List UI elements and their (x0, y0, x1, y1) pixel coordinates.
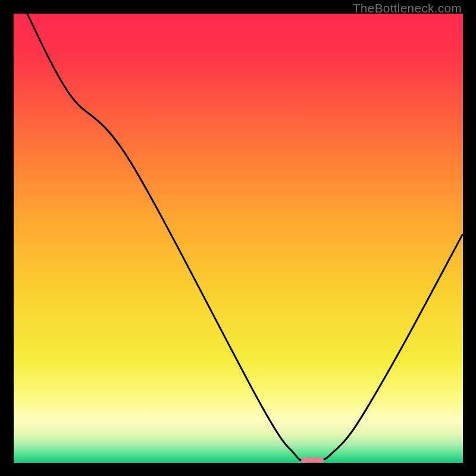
watermark-label: TheBottleneck.com (353, 1, 462, 15)
bottleneck-chart (14, 14, 463, 463)
optimal-marker (301, 458, 324, 463)
chart-background (14, 14, 463, 463)
chart-frame: TheBottleneck.com (0, 0, 476, 476)
